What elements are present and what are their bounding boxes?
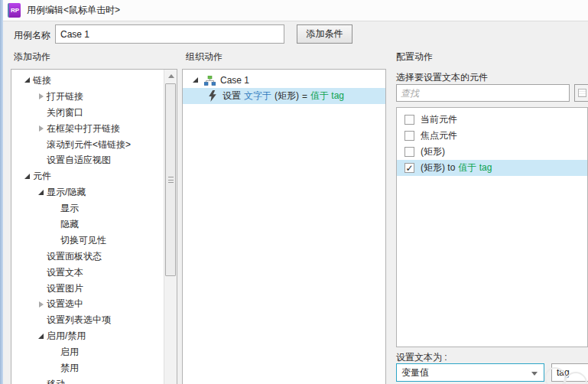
- window-border: [0, 0, 3, 384]
- case-icon: [204, 76, 216, 86]
- expander-spacer: [50, 235, 60, 246]
- widget-row-rectangle-selected[interactable]: ✓ (矩形) to 值于 tag: [397, 160, 587, 176]
- dialog-title: 用例编辑<鼠标单击时>: [27, 4, 120, 17]
- check-icon: ✓: [405, 164, 413, 172]
- expander-open-icon[interactable]: [22, 75, 33, 86]
- tree-label: 隐藏: [60, 218, 79, 231]
- tree-label: 设置自适应视图: [47, 154, 111, 167]
- expander-spacer: [36, 155, 47, 166]
- action-target: (矩形): [275, 89, 299, 103]
- expander-closed-icon[interactable]: [36, 299, 47, 310]
- expander-closed-icon[interactable]: [36, 91, 47, 102]
- tree-item-widgets[interactable]: 元件: [11, 168, 164, 184]
- tree-item-show[interactable]: 显示: [11, 200, 164, 216]
- tree-label: 链接: [33, 74, 51, 87]
- value-type-selected: 变量值: [401, 366, 429, 379]
- expander-open-icon[interactable]: [36, 331, 47, 342]
- tree-label: 打开链接: [47, 90, 83, 103]
- tree-item-show-hide[interactable]: 显示/隐藏: [11, 184, 164, 200]
- case-label: Case 1: [220, 75, 249, 86]
- title-bar: RP 用例编辑<鼠标单击时>: [3, 0, 588, 21]
- tree-item-set-text[interactable]: 设置文本: [11, 265, 164, 281]
- tree-item-set-list-selection[interactable]: 设置列表选中项: [11, 312, 164, 328]
- add-actions-panel: 链接 打开链接 关闭窗口 在框架中打开链接 滚动到元件<锚链接> 设置自适应视图…: [11, 69, 177, 384]
- expander-spacer: [36, 379, 47, 384]
- add-actions-header: 添加动作: [14, 50, 50, 63]
- expander-open-icon[interactable]: [190, 75, 201, 86]
- scrollbar-grip: [168, 177, 174, 183]
- tree-item-disable[interactable]: 禁用: [11, 360, 164, 376]
- expander-closed-icon[interactable]: [36, 123, 47, 134]
- case-name-label: 用例名称: [14, 29, 50, 42]
- tree-item-enable-disable[interactable]: 启用/禁用: [11, 328, 164, 344]
- expander-spacer: [50, 203, 60, 214]
- filter-icon: [578, 89, 586, 97]
- tree-label: 显示/隐藏: [47, 186, 86, 199]
- value-type-dropdown[interactable]: 变量值: [396, 363, 544, 382]
- tree-item-open-in-frame[interactable]: 在框架中打开链接: [11, 121, 164, 137]
- tree-label: 切换可见性: [60, 234, 106, 247]
- tree-item-open-link[interactable]: 打开链接: [11, 89, 164, 105]
- add-condition-button[interactable]: 添加条件: [297, 24, 352, 44]
- expander-spacer: [50, 363, 60, 373]
- filter-toggle-button[interactable]: [574, 84, 588, 102]
- tree-item-links[interactable]: 链接: [11, 73, 164, 89]
- tree-label: 设置文本: [47, 266, 83, 279]
- scrollbar-thumb[interactable]: [165, 83, 176, 276]
- widget-row-focused[interactable]: 焦点元件: [397, 128, 587, 144]
- expander-open-icon[interactable]: [22, 171, 33, 182]
- case-node[interactable]: Case 1: [183, 73, 385, 88]
- action-verb: 设置: [223, 89, 241, 103]
- checkbox-unchecked[interactable]: [404, 147, 414, 157]
- tree-item-set-panel-state[interactable]: 设置面板状态: [11, 249, 164, 265]
- expander-spacer: [36, 107, 47, 118]
- tree-label: 滚动到元件<锚链接>: [47, 138, 131, 151]
- expander-open-icon[interactable]: [36, 187, 47, 198]
- organize-actions-panel: Case 1 设置 文字于 (矩形) = 值于 tag: [182, 69, 386, 384]
- case-name-input[interactable]: [55, 24, 284, 44]
- scrollbar-up-icon[interactable]: [165, 70, 177, 82]
- configure-actions-header: 配置动作: [396, 50, 433, 63]
- tree-label: 设置列表选中项: [47, 314, 111, 327]
- action-tree: 链接 打开链接 关闭窗口 在框架中打开链接 滚动到元件<锚链接> 设置自适应视图…: [11, 70, 164, 384]
- tree-label: 移动: [47, 378, 65, 384]
- tree-label: 设置选中: [47, 298, 83, 311]
- organize-actions-header: 组织动作: [186, 50, 223, 63]
- search-input[interactable]: [396, 84, 570, 102]
- tree-item-hide[interactable]: 隐藏: [11, 216, 164, 233]
- tree-item-set-image[interactable]: 设置图片: [11, 281, 164, 297]
- tree-scrollbar[interactable]: [164, 70, 177, 384]
- action-operator: =: [302, 91, 307, 102]
- action-type: 文字于: [244, 89, 271, 103]
- widget-label: 当前元件: [421, 113, 457, 126]
- widget-label: (矩形): [421, 145, 445, 158]
- select-widget-label: 选择要设置文本的元件: [396, 71, 488, 84]
- widget-row-rectangle[interactable]: (矩形): [397, 144, 587, 160]
- tree-label: 禁用: [60, 362, 79, 375]
- tree-item-scroll-to-widget[interactable]: 滚动到元件<锚链接>: [11, 137, 164, 153]
- widget-list: 当前元件 焦点元件 (矩形) ✓ (矩形) to 值于 tag: [396, 107, 588, 347]
- expander-spacer: [50, 347, 60, 358]
- widget-row-current[interactable]: 当前元件: [397, 112, 587, 128]
- tree-item-toggle-visibility[interactable]: 切换可见性: [11, 233, 164, 249]
- checkbox-checked[interactable]: ✓: [404, 163, 414, 173]
- tree-label: 显示: [60, 202, 79, 215]
- tree-item-close-window[interactable]: 关闭窗口: [11, 105, 164, 121]
- tree-item-enable[interactable]: 启用: [11, 344, 164, 360]
- set-text-label: 设置文本为 :: [396, 351, 447, 364]
- tree-label: 设置面板状态: [47, 250, 102, 263]
- tree-label: 启用/禁用: [47, 330, 86, 343]
- checkbox-unchecked[interactable]: [404, 115, 414, 125]
- tree-label: 关闭窗口: [47, 106, 83, 119]
- expander-spacer: [36, 251, 47, 262]
- tree-item-move[interactable]: 移动: [11, 376, 164, 384]
- widget-value-label: 值于 tag: [458, 161, 492, 174]
- tree-label: 设置图片: [47, 282, 83, 295]
- tree-item-set-adaptive-view[interactable]: 设置自适应视图: [11, 152, 164, 168]
- tree-item-set-selected[interactable]: 设置选中: [11, 296, 164, 312]
- action-value: 值于 tag: [310, 89, 344, 103]
- expander-spacer: [50, 219, 60, 229]
- expander-spacer: [36, 283, 47, 294]
- checkbox-unchecked[interactable]: [404, 131, 414, 141]
- action-item-selected[interactable]: 设置 文字于 (矩形) = 值于 tag: [183, 88, 385, 104]
